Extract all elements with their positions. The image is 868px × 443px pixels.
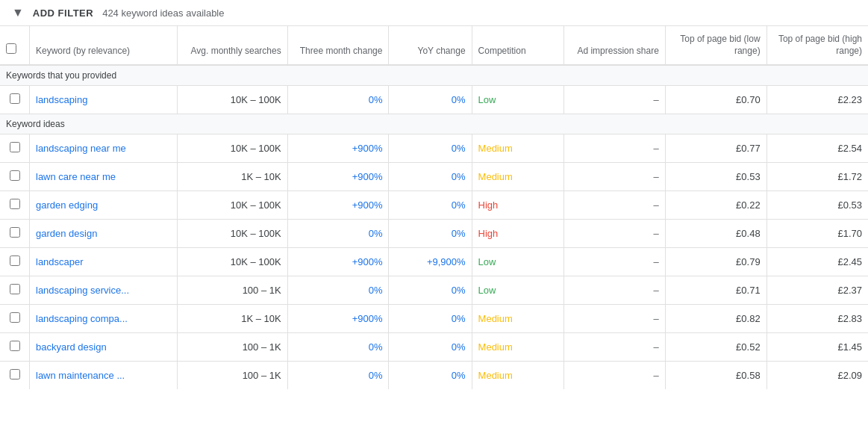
keyword-cell[interactable]: lawn maintenance ... xyxy=(30,362,178,390)
top-high-cell: £1.45 xyxy=(766,333,868,362)
keyword-cell[interactable]: landscaping compa... xyxy=(30,305,178,333)
top-high-cell: £2.45 xyxy=(766,248,868,276)
competition-cell: Medium xyxy=(472,134,563,163)
top-low-cell: £0.82 xyxy=(665,305,766,333)
top-low-cell: £0.58 xyxy=(665,362,766,390)
three-month-cell: +900% xyxy=(287,191,389,220)
keyword-cell[interactable]: backyard design xyxy=(30,333,178,362)
three-month-cell: +900% xyxy=(287,305,389,333)
top-low-cell: £0.77 xyxy=(665,134,766,163)
keyword-cell[interactable]: lawn care near me xyxy=(30,163,178,191)
three-month-cell: 0% xyxy=(287,362,389,390)
row-checkbox-cell[interactable] xyxy=(0,220,30,248)
three-month-cell: 0% xyxy=(287,220,389,248)
row-checkbox[interactable] xyxy=(10,312,20,323)
top-high-cell: £0.53 xyxy=(766,191,868,220)
row-checkbox-cell[interactable] xyxy=(0,163,30,191)
add-filter-button[interactable]: ADD FILTER xyxy=(33,7,93,19)
table-row: lawn care near me1K – 10K+900%0%Medium–£… xyxy=(0,163,868,191)
toolbar: ▼ ADD FILTER 424 keyword ideas available xyxy=(0,0,868,26)
row-checkbox[interactable] xyxy=(10,369,20,380)
keyword-cell[interactable]: garden edging xyxy=(30,191,178,220)
header-top-low: Top of page bid (low range) xyxy=(665,26,766,65)
header-keyword: Keyword (by relevance) xyxy=(30,26,178,65)
top-high-cell: £1.70 xyxy=(766,220,868,248)
keyword-cell[interactable]: landscaping near me xyxy=(30,134,178,163)
competition-cell: High xyxy=(472,191,563,220)
row-checkbox-cell[interactable] xyxy=(0,248,30,276)
keyword-cell[interactable]: garden design xyxy=(30,220,178,248)
top-low-cell: £0.79 xyxy=(665,248,766,276)
header-checkbox-cell[interactable] xyxy=(0,26,30,65)
yoy-cell: 0% xyxy=(389,163,472,191)
top-high-cell: £2.09 xyxy=(766,362,868,390)
keyword-cell[interactable]: landscaping service... xyxy=(30,276,178,305)
row-checkbox[interactable] xyxy=(10,199,20,209)
top-low-cell: £0.53 xyxy=(665,163,766,191)
top-low-cell: £0.71 xyxy=(665,276,766,305)
header-yoy: YoY change xyxy=(389,26,472,65)
keyword-table: Keyword (by relevance) Avg. monthly sear… xyxy=(0,26,868,389)
top-high-cell: £2.83 xyxy=(766,305,868,333)
row-checkbox[interactable] xyxy=(10,170,20,181)
ad-impression-cell: – xyxy=(564,134,666,163)
row-checkbox-cell[interactable] xyxy=(0,134,30,163)
three-month-cell: 0% xyxy=(287,276,389,305)
yoy-cell: 0% xyxy=(389,220,472,248)
competition-cell: Low xyxy=(472,86,563,114)
avg-monthly-cell: 1K – 10K xyxy=(177,305,287,333)
top-high-cell: £2.54 xyxy=(766,134,868,163)
filter-icon: ▼ xyxy=(12,6,24,19)
table-row: landscaping near me10K – 100K+900%0%Medi… xyxy=(0,134,868,163)
available-count: 424 keyword ideas available xyxy=(102,7,224,19)
table-row: lawn maintenance ...100 – 1K0%0%Medium–£… xyxy=(0,362,868,390)
ad-impression-cell: – xyxy=(564,276,666,305)
yoy-cell: 0% xyxy=(389,333,472,362)
row-checkbox-cell[interactable] xyxy=(0,305,30,333)
table-row: backyard design100 – 1K0%0%Medium–£0.52£… xyxy=(0,333,868,362)
row-checkbox[interactable] xyxy=(10,284,20,294)
competition-cell: Low xyxy=(472,248,563,276)
row-checkbox[interactable] xyxy=(10,255,20,266)
header-competition: Competition xyxy=(472,26,563,65)
competition-cell: Medium xyxy=(472,333,563,362)
row-checkbox[interactable] xyxy=(10,227,20,238)
table-row: landscaper10K – 100K+900%+9,900%Low–£0.7… xyxy=(0,248,868,276)
row-checkbox-cell[interactable] xyxy=(0,362,30,390)
table-row: garden design10K – 100K0%0%High–£0.48£1.… xyxy=(0,220,868,248)
three-month-cell: 0% xyxy=(287,333,389,362)
avg-monthly-cell: 10K – 100K xyxy=(177,134,287,163)
header-top-high: Top of page bid (high range) xyxy=(766,26,868,65)
header-avg: Avg. monthly searches xyxy=(177,26,287,65)
avg-monthly-cell: 10K – 100K xyxy=(177,86,287,114)
yoy-cell: +9,900% xyxy=(389,248,472,276)
avg-monthly-cell: 10K – 100K xyxy=(177,220,287,248)
row-checkbox[interactable] xyxy=(10,142,20,152)
row-checkbox-cell[interactable] xyxy=(0,333,30,362)
select-all-checkbox[interactable] xyxy=(6,43,16,54)
avg-monthly-cell: 100 – 1K xyxy=(177,362,287,390)
yoy-cell: 0% xyxy=(389,276,472,305)
top-low-cell: £0.70 xyxy=(665,86,766,114)
header-three-month: Three month change xyxy=(287,26,389,65)
yoy-cell: 0% xyxy=(389,191,472,220)
top-low-cell: £0.52 xyxy=(665,333,766,362)
section-header-label: Keyword ideas xyxy=(0,114,868,134)
row-checkbox[interactable] xyxy=(10,341,20,351)
avg-monthly-cell: 100 – 1K xyxy=(177,333,287,362)
table-row: garden edging10K – 100K+900%0%High–£0.22… xyxy=(0,191,868,220)
row-checkbox-cell[interactable] xyxy=(0,276,30,305)
keyword-cell[interactable]: landscaping xyxy=(30,86,178,114)
table-row: landscaping compa...1K – 10K+900%0%Mediu… xyxy=(0,305,868,333)
three-month-cell: +900% xyxy=(287,163,389,191)
table-row: landscaping service...100 – 1K0%0%Low–£0… xyxy=(0,276,868,305)
ad-impression-cell: – xyxy=(564,248,666,276)
row-checkbox[interactable] xyxy=(10,93,20,104)
row-checkbox-cell[interactable] xyxy=(0,86,30,114)
ad-impression-cell: – xyxy=(564,305,666,333)
row-checkbox-cell[interactable] xyxy=(0,191,30,220)
keyword-cell[interactable]: landscaper xyxy=(30,248,178,276)
ad-impression-cell: – xyxy=(564,163,666,191)
yoy-cell: 0% xyxy=(389,134,472,163)
competition-cell: High xyxy=(472,220,563,248)
